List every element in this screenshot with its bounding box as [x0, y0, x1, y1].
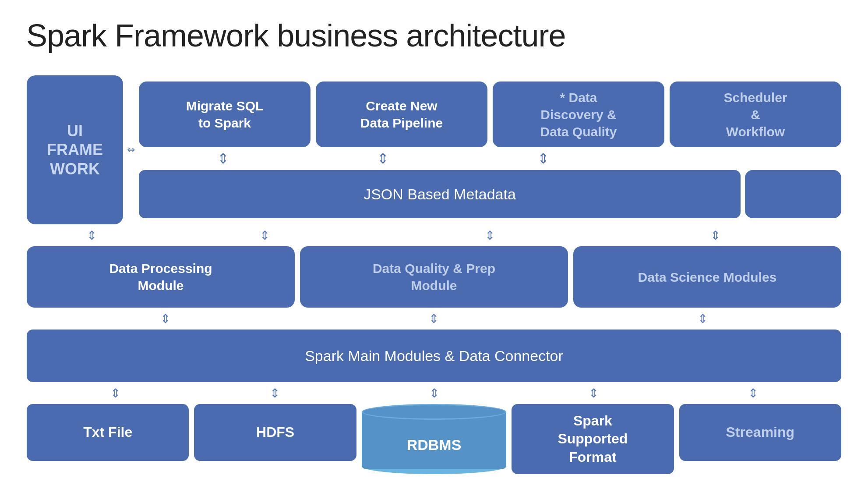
data-processing-box: Data ProcessingModule [27, 246, 295, 308]
txt-file-box: Txt File [27, 404, 189, 461]
data-science-label: Data Science Modules [638, 269, 777, 286]
ui-framework-label: UIFRAMEWORK [47, 121, 103, 178]
data-processing-label: Data ProcessingModule [109, 260, 212, 294]
arrow-spark-hdfs: ⇕ [270, 382, 280, 404]
data-discovery-box: * DataDiscovery &Data Quality [493, 82, 664, 147]
spark-supported-box: SparkSupportedFormat [512, 404, 674, 474]
rdbms-box: RDBMS [362, 404, 506, 474]
arrow-json-qual: ⇕ [485, 224, 495, 246]
spark-main-box: Spark Main Modules & Data Connector [27, 330, 841, 382]
scheduler-box: Scheduler&Workflow [670, 82, 841, 147]
json-metadata-label: JSON Based Metadata [363, 186, 516, 203]
page-title: Spark Framework business architecture [26, 18, 842, 53]
note-main: * We are actively looking into apache Gr… [27, 487, 841, 489]
migrate-sql-box: Migrate SQLto Spark [139, 82, 311, 147]
data-discovery-label: * DataDiscovery &Data Quality [540, 89, 617, 140]
arrow-pipeline-json: ⇕ [377, 148, 389, 170]
json-metadata-box: JSON Based Metadata [139, 170, 741, 218]
datasources-row: Txt File HDFS RDBMS SparkSupportedFormat… [27, 404, 841, 474]
streaming-label: Streaming [726, 423, 794, 442]
txt-file-label: Txt File [83, 423, 132, 442]
spark-main-label: Spark Main Modules & Data Connector [305, 347, 563, 365]
arrow-proc-spark: ⇕ [160, 308, 170, 330]
arrow-sci-spark: ⇕ [698, 308, 708, 330]
modules-row: Data ProcessingModule Data Quality & Pre… [27, 246, 841, 308]
arrow-spark-supported: ⇕ [589, 382, 599, 404]
create-pipeline-label: Create NewData Pipeline [360, 97, 443, 131]
migrate-sql-label: Migrate SQLto Spark [186, 97, 264, 131]
streaming-box: Streaming [679, 404, 841, 461]
ui-framework-box: UIFRAMEWORK [27, 75, 123, 224]
data-quality-prep-box: Data Quality & PrepModule [300, 246, 568, 308]
hdfs-label: HDFS [256, 423, 294, 442]
arrow-qual-spark: ⇕ [429, 308, 439, 330]
arrow-json-sci: ⇕ [710, 224, 720, 246]
notes-section: * We are actively looking into apache Gr… [27, 487, 841, 489]
create-pipeline-box: Create NewData Pipeline [316, 82, 487, 147]
arrow-discovery-json: ⇕ [537, 148, 549, 170]
arrow-json-proc: ⇕ [260, 224, 270, 246]
data-science-box: Data Science Modules [573, 246, 841, 308]
hdfs-box: HDFS [194, 404, 356, 461]
diagram-container: UIFRAMEWORK ⇔ Migrate SQLto Spark Create… [27, 75, 841, 474]
spark-supported-label: SparkSupportedFormat [557, 412, 628, 467]
rdbms-label: RDBMS [407, 436, 462, 454]
arrow-spark-txt: ⇕ [110, 382, 120, 404]
arrow-migrate-json: ⇕ [217, 148, 229, 170]
arrow-spark-streaming: ⇕ [748, 382, 758, 404]
arrow-spark-rdbms: ⇕ [429, 382, 439, 404]
scheduler-label: Scheduler&Workflow [723, 89, 787, 140]
data-quality-prep-label: Data Quality & PrepModule [373, 260, 495, 294]
top-section: UIFRAMEWORK ⇔ Migrate SQLto Spark Create… [27, 75, 841, 224]
arrow-uifw-down: ⇕ [87, 224, 97, 246]
scheduler-box-2 [745, 170, 841, 218]
